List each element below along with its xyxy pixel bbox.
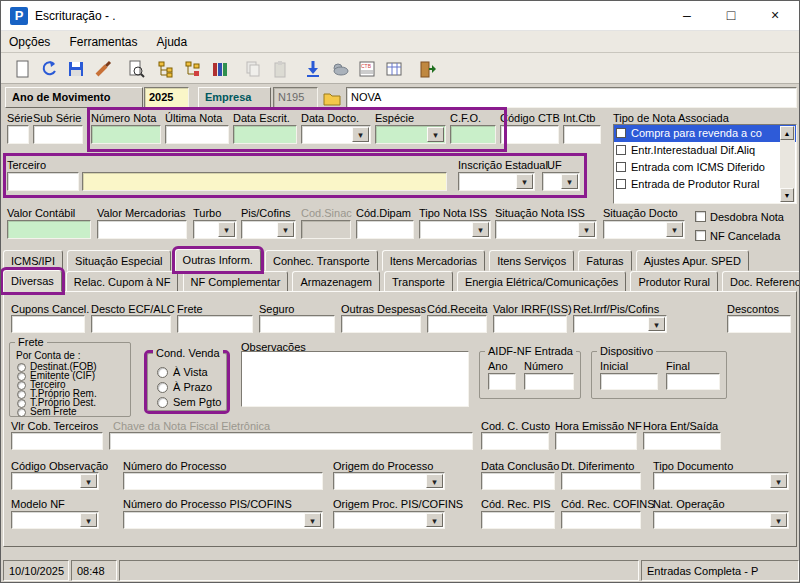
print-preview-button[interactable] [123,56,148,81]
turbo-field[interactable] [193,220,237,239]
copy-button[interactable] [240,56,265,81]
data-grid-button[interactable] [381,56,406,81]
descontos-field[interactable] [727,315,791,333]
ledger-books-button[interactable] [207,56,232,81]
tab-ajustes-apur-sped[interactable]: Ajustes Apur. SPED [636,250,749,271]
cod-rec-cofins-field[interactable] [561,511,641,529]
tab-armazenagem[interactable]: Armazenagem [292,271,380,292]
data-docto-field[interactable] [301,125,371,144]
maximize-button[interactable]: □ [709,1,753,30]
item-checkbox[interactable] [616,145,626,155]
especie-field[interactable] [375,125,446,144]
tab-transporte[interactable]: Transporte [384,271,453,292]
item-checkbox[interactable] [616,162,626,172]
paste-button[interactable] [267,56,292,81]
tab-diversas[interactable]: Diversas [3,270,62,292]
tab-icms-ipi[interactable]: ICMS/IPI [3,250,63,271]
undo-button[interactable] [36,56,61,81]
situacao-nota-iss-field[interactable] [495,220,597,239]
item-checkbox[interactable] [616,128,626,138]
origem-processo-field[interactable] [333,472,445,490]
ano-movimento-field[interactable]: 2025 [144,87,189,108]
tab-outras-inform[interactable]: Outras Inform. [175,249,261,271]
cod-receita-field[interactable] [427,315,487,333]
hora-emissao-field[interactable] [555,432,637,450]
tab-doc-referenciado[interactable]: Doc. Referenciado [722,271,800,292]
tipo-documento-field[interactable] [653,472,789,490]
tab-conhec-transporte[interactable]: Conhec. Transporte [265,250,378,271]
nat-operacao-field[interactable] [653,511,789,529]
tab-relac-cupom[interactable]: Relac. Cupom à NF [66,271,179,292]
item-checkbox[interactable] [616,179,626,189]
list-item[interactable]: Entr.Interestadual Dif.Aliq [614,142,796,159]
serie-field[interactable] [7,125,29,144]
data-escrit-field[interactable] [233,125,297,144]
scroll-down-icon[interactable]: ▼ [780,188,794,202]
ret-irrf-field[interactable] [573,315,667,333]
terceiro-name-field[interactable] [82,172,447,191]
ctb-ledger-button[interactable]: CTB [354,56,379,81]
int-ctb-field[interactable] [563,125,601,144]
aidf-ano-field[interactable] [488,373,516,390]
tab-faturas[interactable]: Faturas [578,250,631,271]
valor-contabil-field[interactable] [7,220,91,239]
data-conclusao-field[interactable] [481,472,555,490]
radio-a-vista[interactable] [157,367,168,378]
aidf-numero-field[interactable] [524,373,574,390]
dispositivo-final-field[interactable] [666,373,720,390]
radio-emitente-cif[interactable] [17,372,26,381]
tab-itens-servicos[interactable]: Itens Serviços [489,250,574,271]
tab-itens-mercadorias[interactable]: Itens Mercadorias [382,250,485,271]
menu-ajuda[interactable]: Ajuda [149,31,196,53]
export-down-button[interactable] [300,56,325,81]
modelo-nf-field[interactable] [11,511,99,529]
observacoes-textarea[interactable] [241,351,469,407]
menu-opcoes[interactable]: Opções [1,31,58,53]
codigo-ctb-field[interactable] [500,125,559,144]
uf-field[interactable] [542,172,580,191]
numero-processo-pis-field[interactable] [123,511,323,529]
tree-view-button[interactable] [153,56,178,81]
origem-proc-pis-field[interactable] [333,511,445,529]
close-button[interactable]: × [753,1,797,30]
codigo-observacao-field[interactable] [11,472,99,490]
hora-ent-saida-field[interactable] [643,432,721,450]
sub-serie-field[interactable] [33,125,83,144]
vlr-cob-terceiros-field[interactable] [11,432,103,450]
frete-field[interactable] [177,315,253,333]
situacao-docto-field[interactable] [603,220,685,239]
radio-sem-frete[interactable] [17,408,26,417]
radio-terceiro[interactable] [17,381,26,390]
tipo-nota-iss-field[interactable] [419,220,491,239]
radio-tproprio-dest[interactable] [17,399,26,408]
tab-nf-complementar[interactable]: NF Complementar [183,271,289,292]
list-item[interactable]: Compra para revenda a co [614,125,796,142]
new-document-button[interactable] [9,56,34,81]
listbox-scrollbar[interactable]: ▲ ▼ [780,126,795,202]
cupons-cancel-field[interactable] [11,315,85,333]
cod-c-custo-field[interactable] [481,432,549,450]
numero-nota-field[interactable] [91,125,161,144]
nf-cancelada-checkbox[interactable] [695,230,706,241]
valor-irrf-field[interactable] [493,315,567,333]
descto-ecf-field[interactable] [91,315,171,333]
empresa-name-field[interactable]: NOVA [346,87,797,108]
exit-button[interactable] [414,56,439,81]
radio-a-prazo[interactable] [157,382,168,393]
scroll-up-icon[interactable]: ▲ [780,126,794,140]
radio-tproprio-rem[interactable] [17,390,26,399]
tab-energia-comunicacoes[interactable]: Energia Elétrica/Comunicações [457,271,626,292]
dt-diferimento-field[interactable] [561,472,641,490]
cod-rec-pis-field[interactable] [481,511,555,529]
chave-nfe-field[interactable] [109,432,473,450]
inscricao-estadual-field[interactable] [458,172,535,191]
terceiro-code-field[interactable] [7,172,79,191]
cloud-button[interactable] [327,56,352,81]
cfo-field[interactable] [450,125,496,144]
seguro-field[interactable] [259,315,335,333]
menu-ferramentas[interactable]: Ferramentas [61,31,145,53]
list-item[interactable]: Entrada de Produtor Rural [614,176,796,193]
dispositivo-inicial-field[interactable] [600,373,658,390]
tree-edit-button[interactable] [180,56,205,81]
open-company-button[interactable] [321,88,343,108]
